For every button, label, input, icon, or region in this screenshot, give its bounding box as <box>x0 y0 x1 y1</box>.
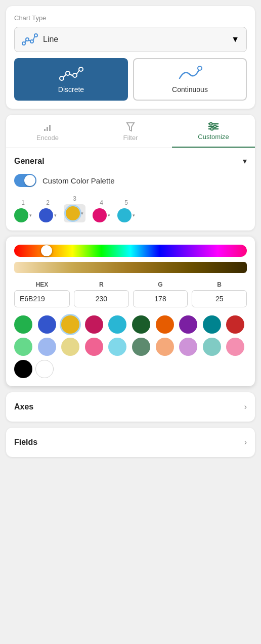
svg-rect-15 <box>44 129 46 131</box>
chart-type-panel: Chart Type Line ▼ <box>6 6 255 109</box>
dropdown-caret-icon: ▼ <box>231 35 239 44</box>
svg-point-7 <box>60 76 64 80</box>
preset-orange[interactable] <box>156 315 174 334</box>
svg-point-3 <box>34 34 37 37</box>
swatch-1-caret[interactable]: ▾ <box>29 213 32 218</box>
preset-lightblue[interactable] <box>38 338 56 356</box>
svg-marker-18 <box>127 123 134 131</box>
axes-title: Axes <box>14 402 33 411</box>
swatch-4-color[interactable] <box>93 208 107 222</box>
hex-label: HEX <box>14 281 70 288</box>
preset-sage[interactable] <box>132 338 150 356</box>
preset-black[interactable] <box>14 360 32 378</box>
color-picker-popup: HEX R G B <box>6 237 255 386</box>
preset-lightpink[interactable] <box>85 338 103 356</box>
swatch-5-caret[interactable]: ▾ <box>133 213 135 218</box>
preset-red[interactable] <box>226 315 244 334</box>
preset-mint[interactable] <box>203 338 221 356</box>
rgb-inputs: R G B <box>74 281 247 307</box>
svg-point-8 <box>66 71 70 75</box>
preset-cyan[interactable] <box>108 315 126 334</box>
svg-rect-16 <box>47 127 48 131</box>
chart-type-label: Chart Type <box>14 14 247 22</box>
svg-rect-17 <box>49 125 51 131</box>
r-group: R <box>74 281 129 307</box>
tab-filter[interactable]: Filter <box>89 115 172 148</box>
hex-rgb-row: HEX R G B <box>14 281 247 307</box>
preset-lightyellow[interactable] <box>61 338 79 356</box>
fields-row[interactable]: Fields › <box>6 428 255 457</box>
tab-encode[interactable]: Encode <box>6 115 89 148</box>
continuous-label: Continuous <box>172 85 208 94</box>
customize-tab-label: Customize <box>198 133 229 141</box>
swatch-5-color[interactable] <box>117 208 132 222</box>
preset-darkgreen[interactable] <box>132 315 150 334</box>
svg-point-24 <box>211 128 213 130</box>
preset-purple[interactable] <box>179 315 197 334</box>
swatch-3-caret[interactable]: ▾ <box>81 211 83 216</box>
chart-type-dropdown[interactable]: Line ▼ <box>14 27 247 52</box>
hex-input[interactable] <box>14 290 70 307</box>
preset-row-1 <box>14 315 247 334</box>
svg-point-22 <box>210 123 212 125</box>
b-label: B <box>192 281 247 288</box>
g-group: G <box>133 281 188 307</box>
general-section-header[interactable]: General ▾ <box>6 148 255 174</box>
svg-line-6 <box>33 36 35 40</box>
swatch-2-color[interactable] <box>39 208 53 222</box>
encode-tab-label: Encode <box>36 134 59 142</box>
swatch-4-caret[interactable]: ▾ <box>108 213 110 218</box>
color-spectrum[interactable] <box>14 245 247 257</box>
svg-point-14 <box>198 66 202 70</box>
preset-mauve[interactable] <box>226 338 244 356</box>
palette-toggle[interactable] <box>14 174 36 187</box>
preset-white[interactable] <box>35 360 54 378</box>
r-input[interactable] <box>74 290 129 307</box>
swatch-1: 1 ▾ <box>14 199 32 222</box>
chart-style-options: Discrete Continuous <box>14 58 247 101</box>
swatch-2-caret[interactable]: ▾ <box>54 213 57 218</box>
axes-chevron-icon: › <box>244 402 247 411</box>
svg-line-11 <box>63 75 66 77</box>
tabs-row: Encode Filter Customize <box>6 115 255 148</box>
preset-green[interactable] <box>14 315 32 334</box>
swatch-2-num: 2 <box>46 199 50 206</box>
discrete-icon <box>59 65 84 82</box>
b-group: B <box>192 281 247 307</box>
filter-tab-label: Filter <box>123 134 138 142</box>
tab-customize[interactable]: Customize <box>172 115 255 148</box>
swatch-4-num: 4 <box>100 199 103 206</box>
toggle-knob <box>24 175 35 186</box>
axes-panel: Axes › <box>6 392 255 422</box>
palette-section: Custom Color Palette 1 ▾ 2 ▾ 3 <box>6 174 255 231</box>
svg-point-10 <box>79 67 83 71</box>
preset-blue[interactable] <box>38 315 56 334</box>
selected-chart-type: Line <box>43 35 58 44</box>
swatch-3-color[interactable] <box>66 206 80 220</box>
preset-yellow[interactable] <box>61 315 79 334</box>
continuous-icon <box>178 65 203 82</box>
swatch-1-color[interactable] <box>14 208 28 222</box>
b-input[interactable] <box>192 290 247 307</box>
g-input[interactable] <box>133 290 188 307</box>
continuous-button[interactable]: Continuous <box>133 58 247 101</box>
preset-lavender[interactable] <box>179 338 197 356</box>
discrete-button[interactable]: Discrete <box>14 58 128 101</box>
svg-line-5 <box>29 40 31 41</box>
line-chart-icon <box>22 32 38 47</box>
customize-icon <box>208 122 219 131</box>
axes-row[interactable]: Axes › <box>6 392 255 422</box>
swatch-3-num: 3 <box>73 195 76 202</box>
preset-pink[interactable] <box>85 315 103 334</box>
svg-point-23 <box>214 125 216 128</box>
general-title: General <box>14 157 45 166</box>
preset-peach[interactable] <box>156 338 174 356</box>
swatch-2: 2 ▾ <box>39 199 57 222</box>
fields-chevron-icon: › <box>244 438 247 447</box>
spectrum-handle[interactable] <box>41 245 52 256</box>
preset-teal[interactable] <box>203 315 221 334</box>
shade-bar[interactable] <box>14 262 247 273</box>
discrete-label: Discrete <box>58 85 84 94</box>
preset-lightgreen[interactable] <box>14 338 32 356</box>
preset-lightcyan[interactable] <box>108 338 126 356</box>
